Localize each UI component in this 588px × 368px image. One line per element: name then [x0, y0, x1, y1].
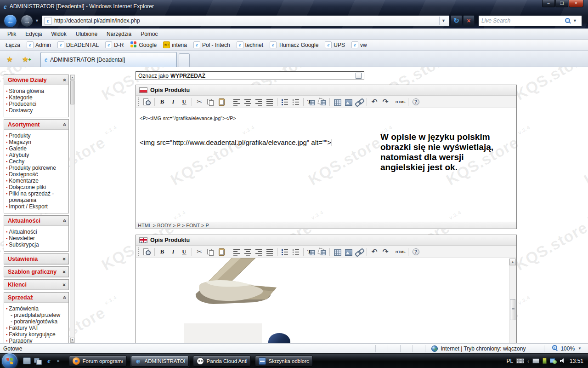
tray-collapse-icon[interactable]: ‹	[527, 358, 529, 364]
sidebar-item[interactable]: ▪Aktualności	[6, 229, 67, 235]
sidebar-section-header[interactable]: Ustawienia»	[4, 254, 68, 264]
sidebar-item[interactable]: ▪Subskrypcja	[6, 242, 67, 248]
editor-en-content[interactable]: ▲	[136, 258, 516, 343]
link-item[interactable]: eUPS	[322, 40, 348, 49]
image-button[interactable]	[343, 247, 354, 257]
sidebar-item[interactable]: ▪Dołączone pliki	[6, 184, 67, 190]
zoom-control[interactable]: 100% ▼	[544, 345, 588, 352]
sidebar-item[interactable]: ▪Import / Eksport	[6, 203, 67, 210]
volume-icon[interactable]	[560, 358, 565, 363]
start-button[interactable]	[2, 353, 17, 368]
network-icon[interactable]	[550, 358, 557, 364]
align-center-button[interactable]	[242, 247, 253, 257]
sidebar-item-label[interactable]: Atrybuty	[9, 152, 29, 158]
favorites-star-icon[interactable]: ★	[3, 54, 17, 65]
show-desktop-icon[interactable]	[23, 357, 31, 364]
drag-handle-icon[interactable]	[138, 247, 140, 256]
sidebar-section-header[interactable]: Sprzedaż»	[4, 293, 68, 303]
link-item[interactable]: eDEADENTAL	[55, 40, 102, 49]
sidebar-item-label[interactable]: Produkty	[9, 132, 30, 139]
link-item[interactable]: ePol - Intech	[191, 40, 233, 49]
sidebar-section-header[interactable]: Główne Działy»	[4, 75, 68, 85]
sidebar-item-label[interactable]: Komentarze	[9, 178, 39, 184]
italic-button[interactable]: I	[168, 97, 179, 107]
html-source-button[interactable]: HTML	[395, 97, 406, 107]
undo-button[interactable]: ↶	[369, 97, 380, 107]
font-color-button[interactable]: T	[305, 97, 317, 107]
sidebar-item-label[interactable]: - przedpłata/przelew	[11, 312, 60, 318]
link-item[interactable]: eAdmin	[24, 40, 54, 49]
link-item[interactable]: INTinteria	[160, 40, 190, 49]
sidebar-item[interactable]: ▪Dostawcy	[6, 107, 67, 114]
back-button[interactable]: ←	[4, 14, 17, 28]
paste-button[interactable]	[216, 247, 227, 257]
sidebar-item-label[interactable]: Strona główna	[9, 88, 44, 94]
chevron-down-icon[interactable]: »	[62, 283, 68, 286]
address-dropdown-icon[interactable]: ▼	[439, 17, 447, 25]
editor-pl-line1[interactable]: <P><IMG src="/grafika/elevance.jpg"></P>	[140, 115, 236, 121]
bold-button[interactable]: B	[157, 247, 168, 257]
language-indicator[interactable]: PL	[507, 358, 514, 364]
sidebar-item[interactable]: ▪Zamówienia	[6, 305, 67, 312]
switch-windows-icon[interactable]	[34, 357, 42, 364]
cut-button[interactable]: ✂	[194, 97, 205, 107]
search-placeholder[interactable]: Live Search	[481, 17, 565, 24]
link-button[interactable]	[354, 247, 365, 257]
sidebar-item[interactable]: ▪Newsletter	[6, 235, 67, 242]
redo-button[interactable]: ↷	[380, 247, 391, 257]
bullet-list-button[interactable]	[279, 247, 290, 257]
menu-item[interactable]: Widok	[46, 29, 71, 39]
sidebar-scrollbar[interactable]: ▲ ▼	[70, 75, 75, 343]
chevron-up-icon[interactable]: »	[62, 219, 68, 222]
editor-en-scrollbar[interactable]: ▲	[509, 259, 516, 343]
sidebar-item-label[interactable]: Dostępność	[9, 171, 38, 178]
sidebar-item[interactable]: ▪Producenci	[6, 101, 67, 107]
chevron-up-icon[interactable]: »	[62, 123, 68, 126]
sidebar-item[interactable]: ▪Magazyn	[6, 139, 67, 145]
undo-button[interactable]: ↶	[369, 247, 380, 257]
sidebar-item-label[interactable]: Faktury VAT	[9, 325, 39, 331]
paste-button[interactable]	[216, 97, 227, 107]
cell-color-button[interactable]	[317, 247, 328, 257]
underline-button[interactable]: U	[179, 97, 190, 107]
bullet-list-button[interactable]	[279, 97, 290, 107]
quicklaunch-overflow-icon[interactable]: »	[57, 358, 60, 363]
ie-quicklaunch-icon[interactable]: e	[45, 357, 53, 364]
removable-device-icon[interactable]	[543, 358, 547, 364]
menu-item[interactable]: Narzędzia	[102, 29, 136, 39]
sidebar-item-label[interactable]: Zamówienia	[9, 305, 39, 312]
sidebar-item[interactable]: ▪Komentarze	[6, 178, 67, 184]
cut-button[interactable]: ✂	[194, 247, 205, 257]
minimize-button[interactable]: –	[542, 0, 555, 7]
drag-handle-icon[interactable]	[138, 98, 140, 106]
sidebar-item-label[interactable]: Paragony	[9, 338, 32, 343]
sidebar-item-label[interactable]: Dostawcy	[9, 107, 33, 114]
sidebar-item[interactable]: ▪Dostępność	[6, 171, 67, 178]
sidebar-item-label[interactable]: Kategorie	[9, 94, 32, 101]
menu-item[interactable]: Edycja	[21, 29, 46, 39]
zoom-level[interactable]: 100%	[560, 345, 575, 352]
keyboard-icon[interactable]	[516, 358, 524, 363]
search-box[interactable]: Live Search ▼	[478, 15, 582, 27]
chevron-down-icon[interactable]: »	[62, 257, 68, 260]
sidebar-section-header[interactable]: Klienci»	[4, 280, 68, 290]
clock[interactable]: 13:51	[570, 358, 583, 364]
editor-pl-line2-text[interactable]: <img src="http://www.deadental.pl/grafik…	[140, 138, 331, 146]
link-item[interactable]: Google	[128, 40, 160, 49]
copy-button[interactable]	[205, 247, 216, 257]
forward-button[interactable]: →	[21, 15, 33, 27]
align-justify-button[interactable]	[264, 97, 275, 107]
stop-button[interactable]: ×	[463, 15, 475, 27]
sidebar-item-label[interactable]: Galerie	[9, 145, 27, 152]
zoom-dropdown-icon[interactable]: ▼	[578, 346, 582, 351]
table-button[interactable]	[332, 247, 343, 257]
table-button[interactable]	[332, 97, 343, 107]
align-center-button[interactable]	[242, 97, 253, 107]
sidebar-item[interactable]: ▪Faktury VAT	[6, 325, 67, 331]
history-dropdown-icon[interactable]: ▼	[35, 18, 39, 23]
underline-button[interactable]: U	[179, 247, 190, 257]
preview-button[interactable]	[141, 97, 153, 107]
chevron-up-icon[interactable]: »	[62, 78, 68, 81]
address-bar[interactable]: e http://deadental.pl/admin/index.php ▼	[42, 15, 450, 27]
sale-checkbox[interactable]	[356, 73, 362, 79]
